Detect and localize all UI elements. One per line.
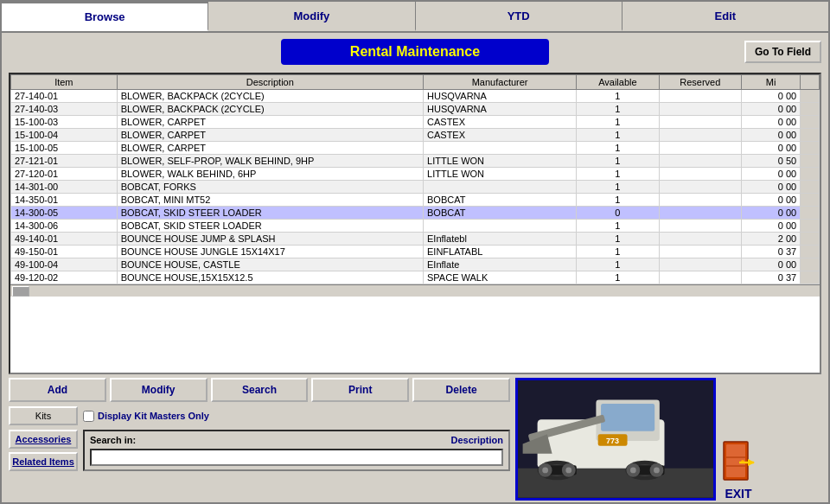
cell-scroll [801,220,820,233]
cell-reserved [659,258,741,271]
cell-scroll [801,246,820,258]
cell-mfr: SPACE WALK [424,271,577,284]
table-row[interactable]: 49-140-01 BOUNCE HOUSE JUMP & SPLASH EIn… [11,233,820,246]
svg-text:773: 773 [606,437,619,445]
kits-button[interactable]: Kits [9,406,78,425]
cell-scroll [801,233,820,246]
delete-button[interactable]: Delete [412,378,510,402]
cell-item: 14-301-00 [11,181,118,194]
cell-desc: BOBCAT, MINI MT52 [117,194,423,207]
tab-browse[interactable]: Browse [2,2,208,31]
col-min: Mi [742,75,801,90]
cell-item: 15-100-05 [11,142,118,155]
cell-desc: BLOWER, BACKPACK (2CYCLE) [117,90,423,103]
cell-desc: BLOWER, WALK BEHIND, 6HP [117,168,423,181]
search-in-label: Search in: [90,435,136,445]
cell-avail: 1 [577,271,659,284]
cell-min: 0 00 [742,181,801,194]
content-area: Rental Maintenance Go To Field Item Desc… [2,33,828,502]
cell-reserved [659,103,741,116]
cell-mfr: EInflatebl [424,233,577,246]
cell-reserved [659,155,741,168]
cell-min: 0 00 [742,129,801,142]
cell-min: 0 00 [742,220,801,233]
table-row[interactable]: 27-121-01 BLOWER, SELF-PROP, WALK BEHIND… [11,155,820,168]
exit-button[interactable]: EXIT [719,378,757,501]
cell-desc: BLOWER, CARPET [117,116,423,129]
cell-item: 15-100-03 [11,116,118,129]
cell-avail: 1 [577,233,659,246]
table-row[interactable]: 14-301-00 BOBCAT, FORKS 1 0 00 [11,181,820,194]
search-in-row: Search in: Description [90,435,503,445]
table-row[interactable]: 49-120-02 BOUNCE HOUSE,15X15X12.5 SPACE … [11,271,820,284]
modify-button[interactable]: Modify [110,378,208,402]
tab-edit[interactable]: Edit [622,2,828,31]
table-row[interactable]: 27-140-03 BLOWER, BACKPACK (2CYCLE) HUSQ… [11,103,820,116]
cell-desc: BOBCAT, FORKS [117,181,423,194]
cell-desc: BOBCAT, SKID STEER LOADER [117,220,423,233]
svg-point-19 [630,468,636,474]
tab-ytd[interactable]: YTD [416,2,622,31]
table-row[interactable]: 14-300-05 BOBCAT, SKID STEER LOADER BOBC… [11,207,820,220]
related-items-button[interactable]: Related Items [9,452,78,471]
go-to-field-button[interactable]: Go To Field [744,41,821,63]
cell-mfr [424,220,577,233]
svg-point-15 [542,468,548,474]
cell-scroll [801,155,820,168]
cell-reserved [659,90,741,103]
cell-item: 14-300-05 [11,207,118,220]
cell-avail: 1 [577,220,659,233]
exit-label: EXIT [725,487,751,501]
cell-item: 27-120-01 [11,168,118,181]
cell-item: 49-150-01 [11,246,118,258]
table-row[interactable]: 27-120-01 BLOWER, WALK BEHIND, 6HP LITTL… [11,168,820,181]
rental-title: Rental Maintenance [281,39,549,65]
image-and-exit: 773 [515,378,757,501]
cell-min: 0 00 [742,116,801,129]
table-row[interactable]: 49-150-01 BOUNCE HOUSE JUNGLE 15X14X17 E… [11,246,820,258]
cell-min: 2 00 [742,233,801,246]
add-button[interactable]: Add [9,378,106,402]
table-row[interactable]: 15-100-03 BLOWER, CARPET CASTEX 1 0 00 [11,116,820,129]
cell-min: 0 00 [742,103,801,116]
table-row[interactable]: 49-100-04 BOUNCE HOUSE, CASTLE EInflate … [11,258,820,271]
table-row[interactable]: 15-100-05 BLOWER, CARPET 1 0 00 [11,142,820,155]
table-row[interactable]: 27-140-01 BLOWER, BACKPACK (2CYCLE) HUSQ… [11,90,820,103]
cell-mfr: EInflate [424,258,577,271]
cell-avail: 1 [577,129,659,142]
scrollbar-thumb[interactable] [12,286,29,297]
cell-scroll [801,142,820,155]
display-kit-masters-checkbox-group: Display Kit Masters Only [83,411,209,422]
cell-item: 14-300-06 [11,220,118,233]
cell-mfr: LITTLE WON [424,168,577,181]
table-row[interactable]: 14-300-06 BOBCAT, SKID STEER LOADER 1 0 … [11,220,820,233]
cell-avail: 1 [577,90,659,103]
tab-modify[interactable]: Modify [208,2,415,31]
cell-mfr [424,142,577,155]
cell-min: 0 00 [742,90,801,103]
cell-item: 14-350-01 [11,194,118,207]
search-button[interactable]: Search [211,378,309,402]
table-row[interactable]: 14-350-01 BOBCAT, MINI MT52 BOBCAT 1 0 0… [11,194,820,207]
cell-item: 15-100-04 [11,129,118,142]
cell-mfr: BOBCAT [424,194,577,207]
cell-min: 0 37 [742,246,801,258]
display-kit-checkbox[interactable] [83,411,94,422]
horizontal-scrollbar[interactable] [10,284,820,297]
table-row[interactable]: 15-100-04 BLOWER, CARPET CASTEX 1 0 00 [11,129,820,142]
cell-scroll [801,181,820,194]
accessories-button[interactable]: Accessories [9,430,78,449]
cell-desc: BLOWER, BACKPACK (2CYCLE) [117,103,423,116]
cell-mfr: BOBCAT [424,207,577,220]
search-input[interactable] [90,449,503,466]
print-button[interactable]: Print [311,378,409,402]
cell-desc: BOBCAT, SKID STEER LOADER [117,207,423,220]
cell-mfr: HUSQVARNA [424,103,577,116]
cell-avail: 1 [577,181,659,194]
cell-item: 27-140-03 [11,103,118,116]
cell-min: 0 37 [742,271,801,284]
cell-reserved [659,246,741,258]
cell-min: 0 00 [742,194,801,207]
cell-avail: 1 [577,103,659,116]
exit-icon [722,440,755,485]
